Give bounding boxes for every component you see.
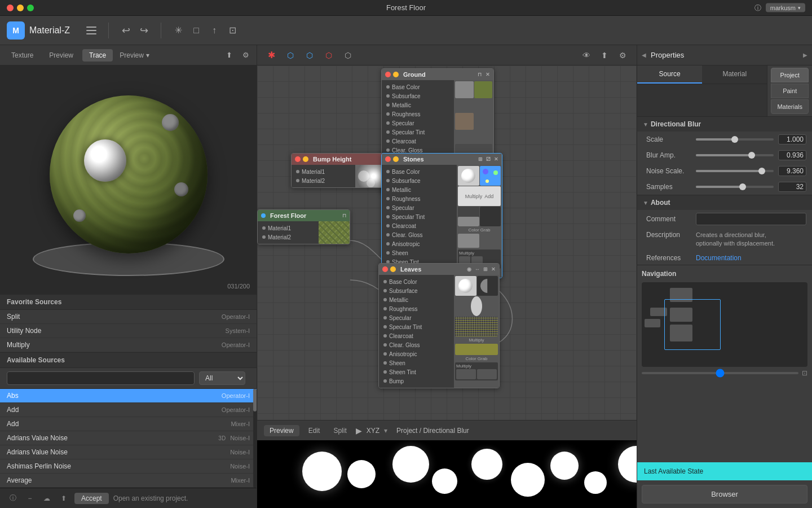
source-item-ashimas[interactable]: Ashimas Perlin Noise Noise-I [0,459,257,474]
scale-value[interactable]: 1.000 [778,134,806,144]
tool3-button[interactable]: ↑ [206,23,222,38]
noise-scale-value[interactable]: 9.360 [778,166,806,176]
node-tool-add[interactable]: ✱ [264,48,279,63]
accept-button[interactable]: Accept [74,493,109,504]
node-bump-height[interactable]: Bump Height ✕ Material1 Material2 [291,153,392,188]
tab-material[interactable]: Material [702,65,767,84]
nav-zoom-slider[interactable] [642,372,798,374]
node-tool-4[interactable]: ⬡ [321,48,336,63]
redo-button[interactable]: ↪ [136,23,152,38]
node-ground-collapse[interactable]: ⊓ [478,72,482,77]
settings-action-button[interactable]: ⚙ [240,49,252,62]
right-panel-expand-icon[interactable]: ▶ [803,52,807,58]
node-stones[interactable]: Stones ⊞ ⚂ ✕ Base Color Subsurface Metal… [381,153,502,278]
source-list-scrollbar[interactable] [253,389,257,488]
minimize-button[interactable] [17,5,24,11]
info-bottom-button[interactable]: ⓘ [7,492,19,505]
navigation-minimap[interactable] [642,282,807,367]
about-header[interactable]: ▼ About [637,195,812,210]
tab-trace[interactable]: Trace [82,49,113,62]
play-button[interactable]: ▶ [356,426,362,435]
favorite-source-utility-name: Utility Node [7,327,226,335]
node-graph[interactable]: Ground ⊓ ✕ Base Color Subsurface Metalli… [257,65,637,420]
source-item-add1[interactable]: Add Operator-I [0,403,257,417]
close-button[interactable] [7,5,14,11]
source-item-adrians-3d[interactable]: Adrians Value Noise 3D Noise-I [0,431,257,445]
bottom-preview-strip [257,440,637,508]
eye-button[interactable]: 👁 [579,48,594,63]
samples-value[interactable]: 32 [778,182,806,192]
paint-button[interactable]: Paint [771,84,809,98]
materials-button[interactable]: Materials [771,99,809,114]
favorite-source-multiply[interactable]: Multiply Operator-I [0,338,257,352]
path-dropdown-arrow[interactable]: ▾ [384,427,387,435]
node-leaves-x[interactable]: ✕ [491,266,496,272]
samples-slider[interactable] [696,186,774,188]
source-item-abs[interactable]: Abs Operator-I [0,389,257,403]
node-tool-3[interactable]: ⬡ [302,48,317,63]
browser-button[interactable]: Browser [642,485,807,503]
top-toolbar: M Material-Z ↩ ↪ ✳ □ ↑ ⊡ [0,16,812,45]
node-leaves-transform[interactable]: ↔ [475,266,480,272]
right-panel-collapse-icon[interactable]: ◀ [642,52,646,58]
menu-button[interactable] [83,23,99,38]
app-name-label: Material-Z [29,25,70,36]
last-state-bar: Last Available State [637,462,812,480]
preview-dropdown[interactable]: Preview ▾ [115,49,154,62]
tool4-button[interactable]: ⊡ [224,23,240,38]
source-item-average[interactable]: Average Mixer-I [0,474,257,488]
favorite-source-utility[interactable]: Utility Node System-I [0,324,257,338]
source-item-adrians-2d[interactable]: Adrians Value Noise Noise-I [0,445,257,459]
node-tool-5[interactable]: ⬡ [341,48,355,63]
tab-source[interactable]: Source [637,65,702,84]
tab-preview[interactable]: Preview [42,49,80,62]
split-button[interactable]: Split [329,425,351,436]
tool1-button[interactable]: ✳ [170,23,186,38]
node-stones-x[interactable]: ✕ [494,156,498,162]
source-search-input[interactable] [7,371,195,385]
node-leaves-disc[interactable]: ◉ [467,266,471,272]
noise-scale-slider[interactable] [696,170,774,172]
source-item-add2[interactable]: Add Mixer-I [0,417,257,431]
port-clearcoat: Clearcoat [382,137,454,146]
source-item-abs-name: Abs [7,392,222,400]
node-ground-x[interactable]: ✕ [486,72,490,77]
blur-amp-slider[interactable] [696,154,774,156]
comment-input[interactable] [696,213,806,225]
source-filter-select[interactable]: All Operator Mixer Noise System [199,371,245,385]
node-leaves[interactable]: Leaves ◉ ↔ ⊞ ✕ Base Color Subsurface Met… [378,263,500,388]
node-stones-random[interactable]: ⚂ [486,156,491,162]
preview-button[interactable]: Preview [264,425,299,436]
source-item-abs-type: Operator-I [222,392,250,399]
undo-button[interactable]: ↩ [118,23,134,38]
edit-button[interactable]: Edit [304,425,325,436]
blur-amp-value[interactable]: 0.936 [778,150,806,160]
node-tool-2[interactable]: ⬡ [283,48,298,63]
project-button[interactable]: Project [771,68,809,82]
references-label: References [646,254,691,262]
noise-scale-row: Noise Scale. 9.360 [637,163,812,179]
node-stones-tile[interactable]: ⊞ [478,156,483,162]
node-bumpheight-title: Bump Height [311,156,382,163]
documentation-link[interactable]: Documentation [696,254,742,262]
directional-blur-header[interactable]: ▼ Directional Blur [637,117,812,132]
node-forestfloor-x[interactable]: ⊓ [342,213,346,218]
user-badge[interactable]: markusm ▾ [766,3,805,12]
tool2-button[interactable]: □ [188,23,204,38]
minus-bottom-button[interactable]: − [24,492,36,505]
favorite-source-split[interactable]: Split Operator-I [0,310,257,324]
settings-node-button[interactable]: ⚙ [615,48,630,63]
samples-slider-thumb [739,183,746,190]
scale-slider[interactable] [696,138,774,141]
nav-fit-icon[interactable]: ⊡ [802,369,807,377]
info-icon[interactable]: ⓘ [754,3,761,12]
share-bottom-button[interactable]: ⬆ [58,492,70,505]
maximize-button[interactable] [27,5,34,11]
share-node-button[interactable]: ⬆ [597,48,612,63]
tools-group: ✳ □ ↑ ⊡ [170,23,240,38]
tab-texture[interactable]: Texture [5,49,40,62]
cloud-bottom-button[interactable]: ☁ [41,492,53,505]
node-forest-floor[interactable]: Forest Floor ⊓ Material1 Material2 [257,209,350,244]
upload-action-button[interactable]: ⬆ [223,49,235,62]
node-leaves-displace[interactable]: ⊞ [483,266,488,272]
